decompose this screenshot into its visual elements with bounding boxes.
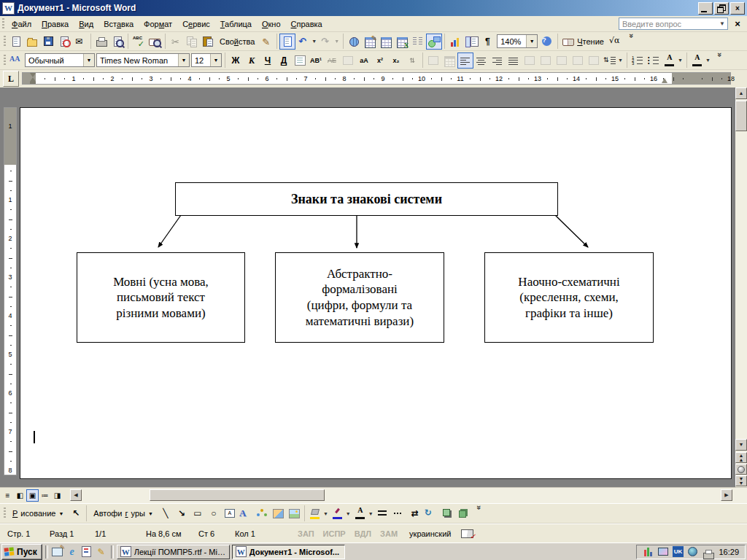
line-color-button[interactable]: ▼: [330, 505, 352, 521]
tab-stop-selector[interactable]: L: [3, 71, 19, 87]
change-case-button[interactable]: аА: [356, 52, 372, 69]
fill-color-button[interactable]: ▼: [307, 505, 330, 521]
spelling-status-icon[interactable]: ✓: [461, 529, 474, 538]
diagram-box-movni[interactable]: Мовні (усна мова, письмовий текст різним…: [77, 252, 245, 343]
save-button[interactable]: [40, 34, 56, 50]
dash-style-button[interactable]: [391, 505, 407, 521]
vertical-scrollbar[interactable]: ▲ ▼ ▲▲ ▼▼: [735, 88, 747, 487]
line-spacing-dropdown-icon[interactable]: ▼: [618, 58, 623, 63]
italic-button[interactable]: К: [244, 52, 260, 69]
menu-сервис[interactable]: Сервис: [177, 18, 215, 31]
zoom-combo[interactable]: 140%▼: [495, 34, 539, 50]
underline-button[interactable]: Ч: [260, 52, 276, 69]
style-combo[interactable]: Обычный▼: [25, 53, 95, 67]
toolbar-grip[interactable]: [2, 18, 4, 30]
menu-формат[interactable]: Формат: [139, 18, 177, 31]
close-document-button[interactable]: ×: [731, 18, 744, 29]
insert-table-button[interactable]: [378, 34, 394, 50]
start-button[interactable]: Пуск: [1, 544, 42, 560]
line-style-button[interactable]: [375, 505, 391, 521]
undo-dropdown-icon[interactable]: ▼: [311, 39, 317, 44]
status-language[interactable]: украинский: [409, 529, 451, 538]
printer-tray-icon[interactable]: [701, 546, 713, 558]
double-underline-button[interactable]: Д: [276, 52, 292, 69]
open-button[interactable]: [24, 34, 40, 50]
superscript-button[interactable]: х²: [372, 52, 388, 69]
scroll-right-button[interactable]: ▶: [721, 489, 732, 501]
autoshapes-menu-button[interactable]: Автофигуры▼: [89, 508, 158, 519]
print-button[interactable]: [93, 34, 109, 50]
diagram-box-naochno[interactable]: Наочно-схематичні (креслення, схеми, гра…: [484, 252, 654, 343]
internet-explorer-icon[interactable]: e: [66, 545, 79, 559]
toolbar-options-button-3[interactable]: »: [471, 505, 487, 521]
diagram-title-box[interactable]: Знаки та знакові системи: [175, 182, 558, 216]
size-combo-dropdown-icon[interactable]: ▼: [210, 54, 221, 66]
columns-button[interactable]: [410, 34, 426, 50]
show-formatting-button[interactable]: ¶: [479, 34, 495, 50]
menu-файл[interactable]: Файл: [7, 18, 36, 31]
zoom-combo-box[interactable]: 140%▼: [497, 34, 538, 48]
page-view-toggle-button[interactable]: [279, 34, 295, 50]
menu-вставка[interactable]: Вставка: [98, 18, 139, 31]
tables-borders-button[interactable]: ✎: [362, 34, 378, 50]
insert-excel-button[interactable]: X: [394, 34, 410, 50]
menu-таблица[interactable]: Таблица: [215, 18, 257, 31]
diagram-box-abstract[interactable]: Абстрактно- формалізовані (цифри, формул…: [275, 252, 444, 343]
line-button[interactable]: ╲: [158, 505, 174, 521]
font-color-dropdown-icon[interactable]: ▼: [368, 511, 374, 516]
bullets-button[interactable]: [646, 52, 662, 69]
borders-shading-button[interactable]: [292, 52, 308, 69]
document-map-button[interactable]: [463, 34, 479, 50]
taskbar-task-2[interactable]: WДокумент1 - Microsof...: [232, 545, 345, 559]
vertical-scroll-thumb[interactable]: [735, 101, 747, 131]
font-combo[interactable]: Times New Roman▼: [96, 53, 190, 67]
paste-button[interactable]: [200, 34, 216, 50]
email-button[interactable]: ✉: [72, 34, 88, 50]
font-color-button[interactable]: А▼: [662, 52, 684, 69]
diagram-button[interactable]: [254, 505, 270, 521]
align-left-button[interactable]: [457, 52, 473, 69]
language-indicator[interactable]: UK: [672, 546, 684, 558]
bold-button[interactable]: Ж: [228, 52, 244, 69]
previous-page-button[interactable]: ▲▲: [735, 452, 747, 463]
style-combo-dropdown-icon[interactable]: ▼: [83, 54, 94, 66]
drawing-menu-button[interactable]: Рисование▼: [8, 508, 68, 519]
shadow-style-button[interactable]: [439, 505, 455, 521]
network-tray-icon[interactable]: [686, 546, 698, 558]
media-app-icon[interactable]: [80, 545, 93, 559]
size-combo[interactable]: 12▼: [191, 53, 222, 67]
scroll-down-button[interactable]: ▼: [735, 439, 747, 451]
brush-app-icon[interactable]: ✎: [95, 545, 108, 559]
status-mode-испр[interactable]: ИСПР: [323, 529, 346, 538]
left-indent-marker[interactable]: [30, 82, 36, 84]
rotate-button[interactable]: ↻: [423, 505, 439, 521]
print-layout-button[interactable]: ▣: [26, 489, 39, 502]
fill-color-dropdown-icon[interactable]: ▼: [323, 511, 328, 516]
font-color-secondary-dropdown-icon[interactable]: ▼: [705, 58, 711, 63]
permission-button[interactable]: [56, 34, 72, 50]
ask-question-input[interactable]: Введите вопрос ▼: [619, 18, 728, 30]
status-mode-вдл[interactable]: ВДЛ: [355, 529, 371, 538]
display-tray-icon[interactable]: [657, 546, 669, 558]
print-preview-button[interactable]: [109, 34, 125, 50]
font-combo-dropdown-icon[interactable]: ▼: [178, 54, 189, 66]
menu-вид[interactable]: Вид: [74, 18, 98, 31]
hyperlink-button[interactable]: [346, 34, 362, 50]
align-justify-button[interactable]: [506, 52, 522, 69]
zoom-dropdown-icon[interactable]: ▼: [526, 35, 537, 47]
menu-окно[interactable]: Окно: [257, 18, 286, 31]
text-box-button[interactable]: А: [222, 505, 238, 521]
right-indent-marker[interactable]: [662, 78, 667, 83]
spelling-button[interactable]: ABC✓: [131, 34, 147, 50]
read-mode-button[interactable]: Чтение: [560, 34, 608, 50]
oval-button[interactable]: ○: [206, 505, 222, 521]
drawing-button[interactable]: [426, 34, 442, 50]
restore-button[interactable]: [714, 2, 729, 15]
toolbar-options-button[interactable]: »: [624, 34, 640, 50]
footnote-button[interactable]: АВ¹: [308, 52, 324, 69]
subscript-button[interactable]: х₂: [388, 52, 404, 69]
web-layout-button[interactable]: ◧: [14, 489, 26, 502]
format-painter-button[interactable]: ✎: [258, 34, 274, 50]
status-mode-зап[interactable]: ЗАП: [298, 529, 314, 538]
horizontal-scroll-thumb[interactable]: [150, 489, 325, 501]
